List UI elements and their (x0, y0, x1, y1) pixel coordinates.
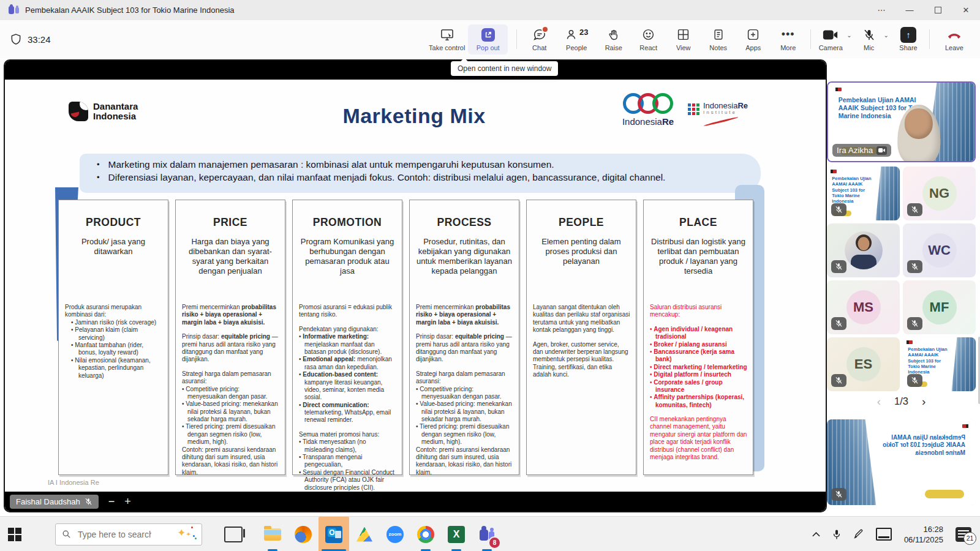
window-restore-icon[interactable] (924, 0, 952, 20)
body-paragraph: Agen, broker, customer service, dan unde… (533, 341, 630, 364)
participant-tile[interactable]: WC (903, 223, 976, 277)
tray-clock[interactable]: 16:28 06/11/2025 (904, 524, 943, 545)
column-card-process: PROCESSProsedur, rutinitas, dan kebijaka… (409, 200, 519, 475)
tray-microphone-icon[interactable] (832, 528, 841, 541)
page-previous-icon[interactable]: ‹ (877, 395, 881, 407)
avatar-initials: NG (922, 176, 957, 211)
notes-button[interactable]: Notes (701, 28, 736, 51)
more-ellipsis-icon: ••• (782, 28, 795, 42)
camera-options-chevron-icon[interactable]: ⌄ (846, 32, 851, 39)
avatar-photo (845, 231, 883, 269)
tray-touch-keyboard-icon[interactable] (876, 528, 892, 541)
more-button[interactable]: ••• More (771, 28, 805, 51)
mic-muted-icon (831, 488, 846, 501)
self-view-tile[interactable]: Pembekalan Ujian AAMAI AAAIK Subject 103… (827, 419, 976, 505)
window-close-icon[interactable]: ✕ (952, 0, 980, 20)
mic-options-chevron-icon[interactable]: ⌄ (884, 32, 889, 39)
start-button[interactable] (0, 517, 29, 551)
taskbar-firefox-icon[interactable] (288, 517, 318, 551)
column-body: Premi mencerminkan probabilitas risiko +… (182, 304, 279, 476)
slide-thumbnail-graphic: Pembekalan Ujian AAMAI AAAIK Subject 103… (827, 419, 976, 505)
taskbar-teams-icon[interactable]: 8 (472, 517, 502, 551)
body-bullet: • Emotional appeal: menonjolkan rasa ama… (299, 356, 396, 371)
thumbnail-logo-mark (907, 340, 913, 344)
people-button[interactable]: 23 People (557, 28, 596, 51)
camera-button[interactable]: Camera (816, 28, 845, 51)
active-speaker-name: Ira Azikha (837, 146, 873, 155)
thumbnail-title: Pembekalan Ujian AAMAI AAAIK Subject 103… (908, 347, 953, 375)
column-body: Promosi asuransi = edukasi publik tentan… (299, 304, 396, 492)
participant-tile[interactable] (827, 223, 900, 277)
body-bullet: • Tiered pricing: premi disesuaikan deng… (182, 423, 279, 446)
body-bullet: • Broker / pialang asuransi (650, 341, 747, 348)
participant-tile[interactable]: MS (827, 280, 900, 334)
column-subtitle: Produk/ jasa yang ditawarkan (59, 237, 168, 296)
thumbnail-building-image (952, 337, 976, 391)
taskbar-google-drive-icon[interactable] (349, 517, 380, 551)
body-bullet: • Corporate sales / group insurance (650, 379, 747, 394)
window-more-options-icon[interactable]: ⋯ (867, 0, 895, 20)
body-bullet: • Education-based content: kampanye lite… (299, 371, 396, 402)
body-bullet: • Direct communication: telemarketing, W… (299, 402, 396, 424)
page-indicator: 1/3 (894, 395, 908, 407)
participant-tile[interactable]: ES (827, 337, 900, 391)
chat-button[interactable]: Chat (522, 28, 557, 51)
page-next-icon[interactable]: › (922, 395, 925, 407)
mic-muted-icon (831, 317, 846, 330)
notes-icon (712, 28, 725, 42)
task-view-icon[interactable] (224, 527, 243, 542)
raise-hand-button[interactable]: Raise (596, 28, 631, 51)
meeting-timer: 33:24 (28, 34, 51, 45)
taskbar-search[interactable]: ✦✦ (55, 523, 202, 545)
leave-button[interactable]: Leave (935, 28, 974, 51)
body-paragraph: Training, sertifikasi, dan etika adalah … (533, 364, 630, 379)
participant-tile[interactable]: Pembekalan Ujian AAMAI AAAIK Subject 103… (827, 167, 900, 220)
participant-tile[interactable]: Pembekalan Ujian AAMAI AAAIK Subject 103… (903, 337, 976, 391)
body-bullet: • Tiered pricing: premi disesuaikan deng… (416, 423, 513, 446)
pop-out-icon (481, 28, 495, 42)
window-minimize-icon[interactable]: — (895, 0, 924, 20)
body-bullet: • Agen individual / keagenan tradisional (650, 326, 747, 341)
body-paragraph: Semua materi promosi harus: (299, 431, 396, 438)
column-subtitle: Harga dan biaya yang dibebankan dan syar… (176, 237, 285, 296)
mic-button[interactable]: Mic (856, 28, 883, 51)
tray-pen-icon[interactable] (853, 529, 864, 539)
avatar-initials: WC (922, 233, 957, 268)
mic-muted-icon (831, 203, 846, 216)
column-card-place: PLACEDistribusi dan logistik yang terlib… (643, 200, 753, 475)
take-control-button[interactable]: Take control (429, 28, 464, 51)
participant-tile[interactable]: MF (903, 280, 976, 334)
active-speaker-tile[interactable]: Pembekalan Ujian AAMAI AAAIK Subject 103… (827, 81, 976, 162)
teams-app-icon (9, 5, 19, 15)
thumbnail-building-image (876, 167, 900, 220)
participant-tile[interactable]: NG (903, 167, 976, 220)
apps-plus-icon (747, 28, 760, 42)
taskbar-file-explorer-icon[interactable] (257, 517, 288, 551)
share-button[interactable]: ↑ Share (892, 28, 924, 51)
notification-center-icon[interactable]: 21 (956, 527, 971, 542)
slide-zoom-out-button[interactable]: − (108, 496, 115, 507)
slide-zoom-in-button[interactable]: + (124, 496, 131, 507)
presenter-mic-muted-icon (85, 498, 92, 506)
taskbar-outlook-icon[interactable] (318, 517, 349, 551)
tray-chevron-up-icon[interactable] (812, 531, 820, 537)
taskbar-zoom-icon[interactable]: zoom (380, 517, 410, 551)
body-paragraph: Strategi harga dalam pemasaran asuransi: (182, 370, 279, 386)
column-title: PROMOTION (293, 216, 402, 229)
view-button[interactable]: View (666, 28, 701, 51)
body-bullet: • Affinity partnerships (koperasi, komun… (650, 394, 747, 409)
column-body: Premi mencerminkan probabilitas risiko +… (416, 304, 513, 476)
avatar-initials: MF (922, 290, 957, 324)
thumbnail-title: Pembekalan Ujian AAMAI AAAIK Subject 103… (873, 434, 965, 457)
taskbar-chrome-icon[interactable] (410, 517, 441, 551)
pop-out-button[interactable]: Pop out (468, 24, 508, 54)
body-bullet: • Nilai emosional (keamanan, kepastian, … (65, 357, 162, 380)
view-grid-icon (677, 28, 690, 42)
body-bullet: • Pelayanan klaim (claim servicing) (65, 326, 162, 342)
body-paragraph: Prinsip dasar: equitable pricing — premi… (182, 333, 279, 364)
apps-button[interactable]: Apps (736, 28, 771, 51)
window-titlebar: Pembekalan AAAIK Subject 103 for Tokio M… (0, 0, 980, 20)
search-input[interactable] (77, 529, 153, 540)
react-button[interactable]: React (631, 28, 666, 51)
taskbar-excel-icon[interactable]: X (441, 517, 472, 551)
